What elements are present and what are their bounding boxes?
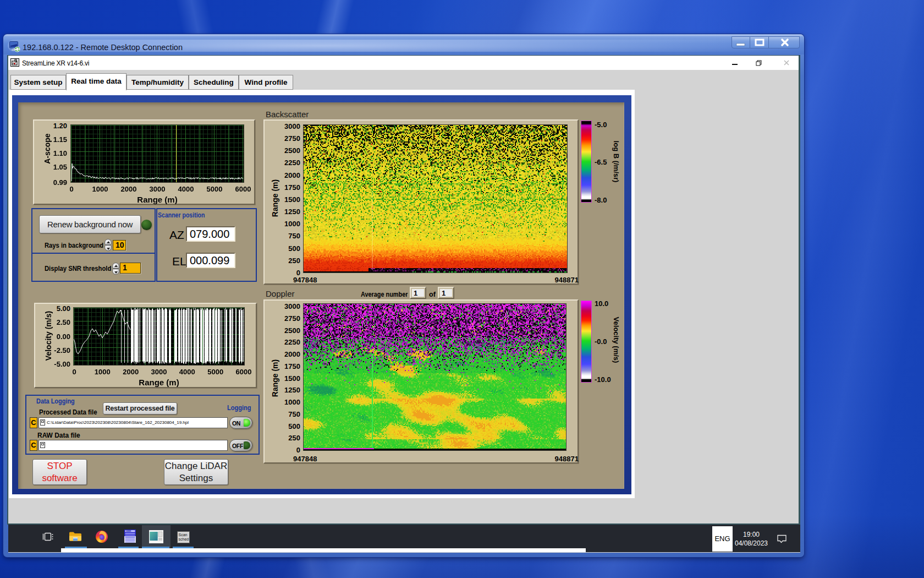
svg-text:sched: sched	[179, 537, 189, 541]
svg-text:GEEK: GEEK	[126, 530, 131, 532]
svg-text:Scan: Scan	[179, 533, 188, 537]
